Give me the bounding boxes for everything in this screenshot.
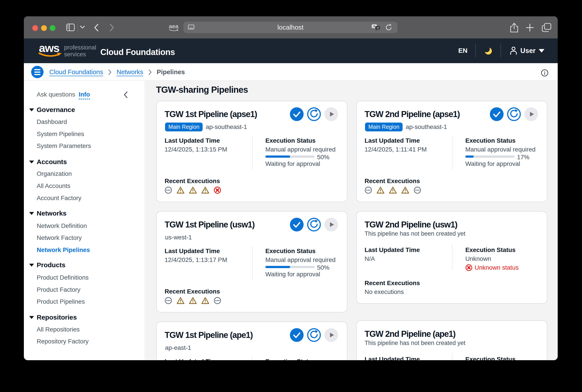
svg-text:✦: ✦	[377, 26, 379, 30]
svg-text:A: A	[373, 24, 375, 28]
